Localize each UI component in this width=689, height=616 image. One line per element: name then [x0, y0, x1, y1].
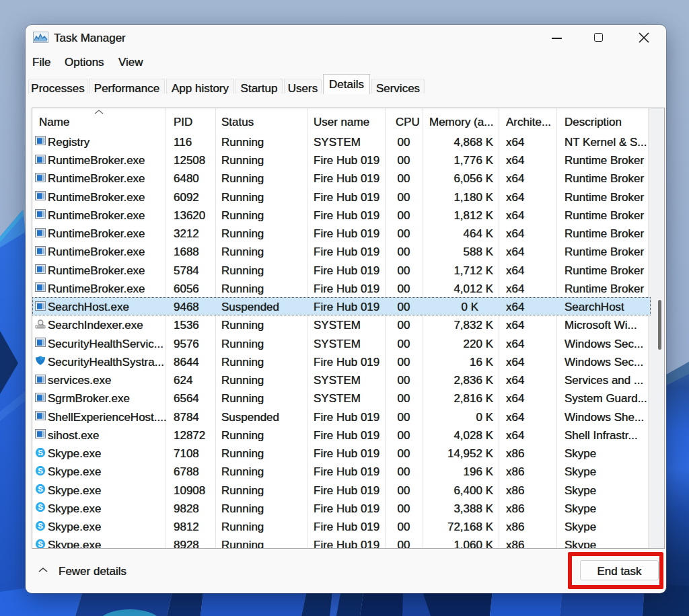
svg-text:S: S — [38, 522, 43, 530]
svg-text:S: S — [38, 503, 43, 511]
svg-text:S: S — [38, 485, 43, 493]
svg-text:S: S — [38, 540, 43, 548]
svg-text:S: S — [38, 467, 43, 475]
svg-text:S: S — [38, 449, 43, 457]
